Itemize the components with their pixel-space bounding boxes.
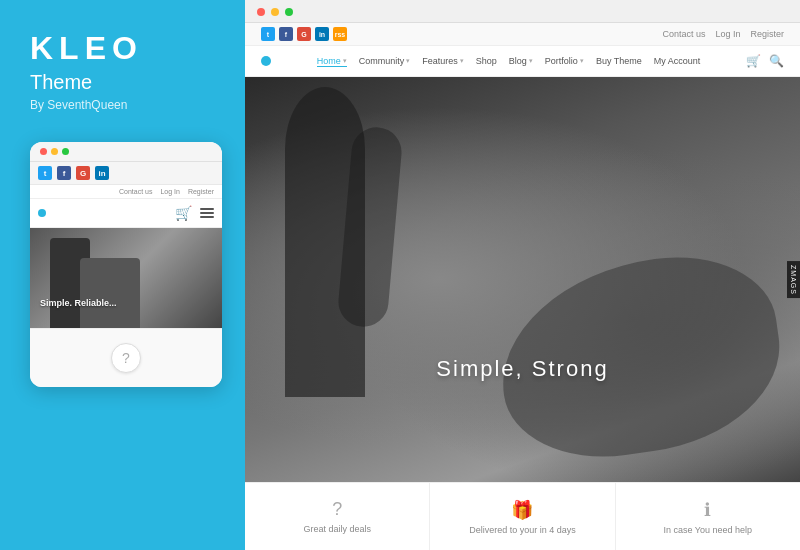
brand-title: KLEO — [30, 30, 143, 67]
mobile-hero-image: Simple. Reliable... — [30, 228, 222, 328]
brand-subtitle: Theme — [30, 71, 92, 94]
mobile-mockup: t f G in Contact us Log In Register 🛒 — [30, 142, 222, 387]
nav-link-blog[interactable]: Blog ▾ — [509, 56, 533, 66]
mobile-menu-line-3 — [200, 216, 214, 218]
site-register-link[interactable]: Register — [750, 29, 784, 39]
mobile-nav-bar: 🛒 — [30, 199, 222, 228]
site-top-right: Contact us Log In Register — [662, 29, 784, 39]
site-linkedin-icon: in — [315, 27, 329, 41]
site-top-bar: t f G in rss Contact us Log In Register — [245, 23, 800, 46]
mobile-login-text: Log In — [160, 188, 179, 195]
mobile-menu-line-1 — [200, 208, 214, 210]
brand-by: By SeventhQueen — [30, 98, 127, 112]
site-facebook-icon: f — [279, 27, 293, 41]
mobile-help-icon: ? — [111, 343, 141, 373]
feature-deals-label: Great daily deals — [303, 524, 371, 534]
community-chevron: ▾ — [406, 57, 410, 65]
mobile-hero: Simple. Reliable... — [30, 228, 222, 328]
hero-text-overlay: Simple, Strong — [436, 356, 608, 382]
site-social-icons: t f G in rss — [261, 27, 347, 41]
mobile-social-bar: t f G in — [30, 162, 222, 185]
mobile-nav-icons: 🛒 — [175, 205, 214, 221]
site-login-link[interactable]: Log In — [715, 29, 740, 39]
mobile-facebook-icon: f — [57, 166, 71, 180]
mobile-twitter-icon: t — [38, 166, 52, 180]
feature-help-label: In case You need help — [664, 525, 753, 535]
feature-item-help: ℹ In case You need help — [616, 483, 800, 550]
mobile-hamburger-icon — [200, 208, 214, 218]
mobile-dot-green — [62, 148, 69, 155]
mobile-gplus-icon: G — [76, 166, 90, 180]
site-rss-icon: rss — [333, 27, 347, 41]
right-panel: t f G in rss Contact us Log In Register … — [245, 0, 800, 550]
nav-link-shop[interactable]: Shop — [476, 56, 497, 66]
mobile-bottom: ? — [30, 328, 222, 387]
blog-chevron: ▾ — [529, 57, 533, 65]
mobile-linkedin-icon: in — [95, 166, 109, 180]
browser-dot-yellow — [271, 8, 279, 16]
feature-delivery-label: Delivered to your in 4 days — [469, 525, 576, 535]
site-twitter-icon: t — [261, 27, 275, 41]
site-nav-links: Home ▾ Community ▾ Features ▾ Shop Blog … — [317, 56, 701, 67]
site-contact-link[interactable]: Contact us — [662, 29, 705, 39]
mobile-register-text: Register — [188, 188, 214, 195]
nav-link-community[interactable]: Community ▾ — [359, 56, 411, 66]
site-gplus-icon: G — [297, 27, 311, 41]
mobile-logo — [38, 209, 46, 217]
feature-deals-icon: ? — [332, 499, 342, 520]
mobile-figure-2 — [80, 258, 140, 328]
site-nav-right: 🛒 🔍 — [746, 54, 784, 68]
site-features-bar: ? Great daily deals 🎁 Delivered to your … — [245, 482, 800, 550]
nav-link-home[interactable]: Home ▾ — [317, 56, 347, 67]
nav-link-buy[interactable]: Buy Theme — [596, 56, 642, 66]
mobile-top-bar — [30, 142, 222, 162]
feature-item-delivery: 🎁 Delivered to your in 4 days — [430, 483, 615, 550]
site-cart-icon[interactable]: 🛒 — [746, 54, 761, 68]
site-hero: Simple, Strong ZMAGS — [245, 77, 800, 482]
mobile-contact-bar: Contact us Log In Register — [30, 185, 222, 199]
mobile-hero-text: Simple. Reliable... — [40, 298, 117, 308]
nav-link-portfolio[interactable]: Portfolio ▾ — [545, 56, 584, 66]
browser-dot-green — [285, 8, 293, 16]
feature-help-icon: ℹ — [704, 499, 711, 521]
portfolio-chevron: ▾ — [580, 57, 584, 65]
site-main-nav: Home ▾ Community ▾ Features ▾ Shop Blog … — [245, 46, 800, 77]
mobile-dot-red — [40, 148, 47, 155]
mobile-cart-icon: 🛒 — [175, 205, 192, 221]
home-chevron: ▾ — [343, 57, 347, 65]
hero-figures — [245, 77, 800, 482]
left-panel: KLEO Theme By SeventhQueen t f G in Cont… — [0, 0, 245, 550]
mobile-contact-text: Contact us — [119, 188, 152, 195]
nav-link-account[interactable]: My Account — [654, 56, 701, 66]
features-chevron: ▾ — [460, 57, 464, 65]
site-search-icon[interactable]: 🔍 — [769, 54, 784, 68]
site-logo — [261, 56, 271, 66]
browser-chrome — [245, 0, 800, 23]
feature-delivery-icon: 🎁 — [511, 499, 533, 521]
mobile-menu-line-2 — [200, 212, 214, 214]
feature-item-deals: ? Great daily deals — [245, 483, 430, 550]
mobile-dot-yellow — [51, 148, 58, 155]
website-content: t f G in rss Contact us Log In Register … — [245, 23, 800, 550]
nav-link-features[interactable]: Features ▾ — [422, 56, 464, 66]
zmags-badge: ZMAGS — [787, 261, 800, 299]
browser-dot-red — [257, 8, 265, 16]
